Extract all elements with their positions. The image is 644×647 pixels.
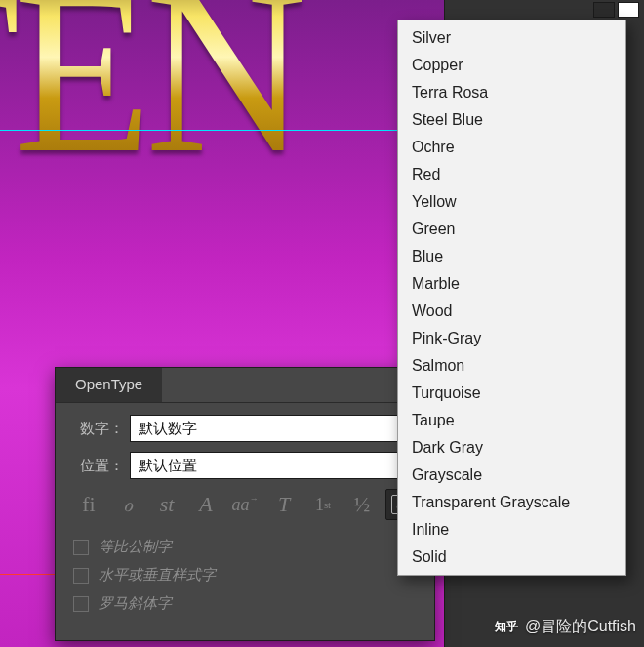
dropdown-item[interactable]: Taupe (398, 407, 625, 434)
contextual-alt-icon[interactable]: A (190, 489, 221, 520)
dropdown-item[interactable]: Dark Gray (398, 434, 625, 462)
stylistic-set-icon[interactable]: st (151, 489, 182, 520)
figure-select[interactable]: 默认数字 (130, 415, 421, 442)
swatch-dark[interactable] (593, 2, 615, 18)
ordinals-icon[interactable]: 1st (307, 489, 339, 520)
dropdown-item[interactable]: Ochre (398, 134, 625, 161)
fractions-icon[interactable]: ½ (346, 489, 378, 520)
bevel-material-dropdown[interactable]: Silver Copper Terra Rosa Steel Blue Ochr… (397, 20, 626, 576)
dropdown-item[interactable]: Pink-Gray (398, 325, 625, 352)
ligature-icon[interactable]: fi (73, 489, 104, 520)
dropdown-item[interactable]: Yellow (398, 188, 625, 216)
checkbox-icon (73, 540, 89, 555)
check-proportional-metrics[interactable]: 等比公制字 (73, 538, 421, 556)
small-caps-icon[interactable]: aa→ (229, 489, 261, 520)
figure-value: 默认数字 (139, 420, 197, 438)
opentype-panel: OpenType 数字： 默认数字 位置： 默认位置 fi ℴ st A aa→… (55, 367, 435, 641)
check-label: 水平或垂直样式字 (99, 566, 216, 585)
dropdown-item[interactable]: Salmon (398, 352, 625, 380)
position-select[interactable]: 默认位置 (130, 452, 421, 479)
opentype-checks: 等比公制字 水平或垂直样式字 罗马斜体字 (69, 538, 421, 613)
tab-opentype[interactable]: OpenType (56, 368, 162, 402)
dropdown-item[interactable]: Marble (398, 270, 625, 298)
check-hv-style[interactable]: 水平或垂直样式字 (73, 566, 421, 585)
dropdown-item[interactable]: Inline (398, 516, 625, 544)
swatch-row (593, 2, 639, 18)
checkbox-icon (73, 596, 89, 612)
dropdown-item[interactable]: Copper (398, 52, 625, 79)
position-value: 默认位置 (139, 457, 197, 475)
dropdown-item[interactable]: Transparent Grayscale (398, 489, 625, 516)
checkbox-icon (73, 568, 89, 584)
dropdown-item[interactable]: Silver (398, 24, 625, 52)
dropdown-item[interactable]: Red (398, 161, 625, 188)
check-label: 等比公制字 (99, 538, 172, 556)
dropdown-item[interactable]: Solid (398, 544, 625, 571)
opentype-icon-row: fi ℴ st A aa→ T 1st ½ a. (69, 489, 421, 520)
dropdown-item[interactable]: Terra Rosa (398, 79, 625, 106)
figure-label: 数字： (69, 420, 124, 438)
artwork-text: TEN (0, 0, 302, 207)
dropdown-item[interactable]: Grayscale (398, 462, 625, 489)
check-roman-italics[interactable]: 罗马斜体字 (73, 594, 421, 613)
opentype-body: 数字： 默认数字 位置： 默认位置 fi ℴ st A aa→ T 1st ½ … (56, 403, 434, 640)
swatch-white[interactable] (618, 2, 639, 18)
position-row: 位置： 默认位置 (69, 452, 421, 479)
dropdown-item[interactable]: Wood (398, 298, 625, 325)
panel-tabs: OpenType (56, 368, 434, 403)
watermark: 知乎 @冒险的Cutfish (494, 617, 636, 637)
dropdown-item[interactable]: Steel Blue (398, 106, 625, 134)
swash-icon[interactable]: ℴ (112, 489, 143, 520)
figure-row: 数字： 默认数字 (69, 415, 421, 442)
dropdown-item[interactable]: Green (398, 216, 625, 243)
watermark-text: @冒险的Cutfish (525, 617, 636, 637)
guide-line-cyan (0, 130, 444, 131)
check-label: 罗马斜体字 (99, 594, 172, 613)
dropdown-item[interactable]: Blue (398, 243, 625, 270)
dropdown-item[interactable]: Turquoise (398, 380, 625, 407)
titling-icon[interactable]: T (268, 489, 300, 520)
zhihu-logo-icon: 知乎 (494, 621, 519, 634)
position-label: 位置： (69, 457, 124, 475)
